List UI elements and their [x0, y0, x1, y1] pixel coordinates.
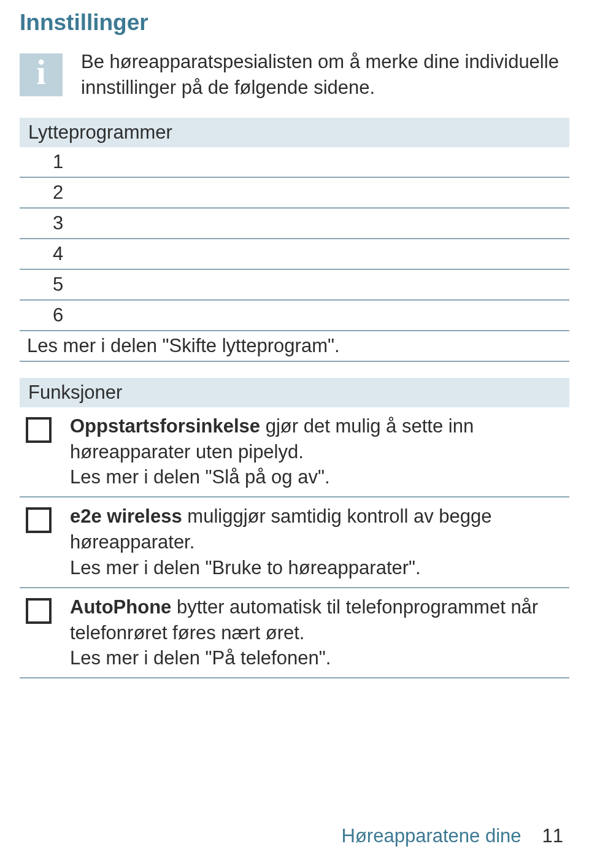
feature-bold: AutoPhone [70, 596, 171, 618]
feature-more: Les mer i delen "Slå på og av". [70, 466, 330, 488]
section-header-funksjoner: Funksjoner [20, 378, 569, 407]
program-row: 4 [20, 239, 569, 270]
checkbox-icon[interactable] [26, 598, 52, 624]
feature-row: e2e wireless muliggjør samtidig kontroll… [20, 497, 569, 588]
footer-label: Høreapparatene dine [342, 825, 522, 847]
page-title: Innstillinger [20, 10, 569, 36]
intro-text: Be høreapparatspesialisten om å merke di… [81, 49, 569, 101]
program-number: 1 [53, 151, 63, 173]
info-icon: i [20, 53, 63, 96]
program-number: 5 [53, 274, 63, 296]
section-header-lytteprogrammer: Lytteprogrammer [20, 118, 569, 147]
section-funksjoner: Funksjoner Oppstartsforsinkelse gjør det… [20, 378, 569, 679]
info-glyph: i [36, 55, 46, 90]
page-number: 11 [542, 825, 563, 847]
program-number: 2 [53, 182, 63, 204]
program-number: 4 [53, 243, 63, 265]
feature-more: Les mer i delen "På telefonen". [70, 647, 331, 669]
feature-text: AutoPhone bytter automatisk til telefonp… [70, 594, 563, 672]
checkbox-icon[interactable] [26, 507, 52, 533]
program-row: 6 [20, 301, 569, 331]
section-note: Les mer i delen "Skifte lytteprogram". [20, 331, 569, 362]
page: Innstillinger i Be høreapparatspesialist… [0, 0, 589, 868]
feature-row: Oppstartsforsinkelse gjør det mulig å se… [20, 407, 569, 498]
checkbox-icon[interactable] [26, 417, 52, 443]
program-row: 3 [20, 209, 569, 239]
program-number: 6 [53, 304, 63, 326]
program-row: 5 [20, 270, 569, 301]
program-row: 2 [20, 178, 569, 209]
program-row: 1 [20, 147, 569, 178]
feature-bold: e2e wireless [70, 505, 182, 527]
section-lytteprogrammer: Lytteprogrammer 1 2 3 4 5 6 Les mer i de… [20, 118, 569, 362]
intro-row: i Be høreapparatspesialisten om å merke … [20, 49, 569, 101]
feature-text: e2e wireless muliggjør samtidig kontroll… [70, 504, 563, 581]
feature-row: AutoPhone bytter automatisk til telefonp… [20, 588, 569, 679]
feature-text: Oppstartsforsinkelse gjør det mulig å se… [70, 413, 563, 491]
program-number: 3 [53, 212, 63, 234]
feature-more: Les mer i delen "Bruke to høreapparater"… [70, 557, 421, 578]
feature-bold: Oppstartsforsinkelse [70, 415, 260, 437]
footer: Høreapparatene dine 11 [342, 825, 563, 847]
